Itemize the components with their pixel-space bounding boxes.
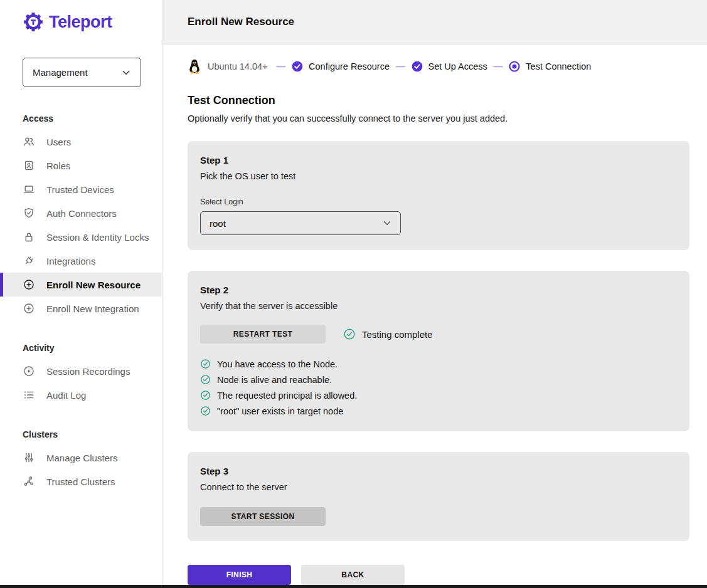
- sidebar-item-trusted-clusters[interactable]: Trusted Clusters: [0, 470, 162, 493]
- sidebar-item-enroll-new-integration[interactable]: Enroll New Integration: [0, 297, 162, 320]
- sidebar-item-manage-clusters[interactable]: Manage Clusters: [0, 446, 162, 470]
- check-circle-icon: [343, 328, 356, 340]
- sidebar: Teleport Management Access Users Roles T…: [0, 0, 162, 585]
- sidebar-item-label: Roles: [46, 160, 70, 171]
- login-select-value: root: [210, 218, 226, 229]
- stepper-step-label: Set Up Access: [428, 61, 487, 71]
- enroll-stepper: Ubuntu 14.04+ — Configure Resource — Set…: [162, 45, 707, 80]
- step1-card: Step 1 Pick the OS user to test Select L…: [188, 141, 689, 250]
- check-item-label: Node is alive and reachable.: [217, 375, 332, 385]
- sidebar-item-label: Integrations: [46, 256, 95, 266]
- plug-icon: [23, 255, 35, 267]
- finish-button[interactable]: FINISH: [188, 565, 291, 585]
- sidebar-item-trusted-devices[interactable]: Trusted Devices: [0, 177, 162, 201]
- sidebar-item-label: Session Recordings: [46, 366, 130, 377]
- step-done-icon: [291, 60, 304, 73]
- check-item-label: The requested principal is allowed.: [217, 391, 357, 401]
- step-done-icon: [411, 60, 423, 73]
- check-item-label: "root" user exists in target node: [217, 406, 343, 416]
- chevron-down-icon: [120, 67, 132, 78]
- management-select[interactable]: Management: [23, 58, 141, 87]
- step1-title: Step 1: [200, 155, 677, 165]
- play-circle-icon: [23, 365, 35, 377]
- stepper-connector: —: [277, 61, 285, 71]
- stepper-step-test-connection: Test Connection: [508, 60, 591, 73]
- check-circle-icon: [200, 359, 211, 369]
- section-label-activity: Activity: [0, 334, 162, 359]
- sidebar-item-label: Session & Identity Locks: [46, 232, 149, 243]
- test-check-item: You have access to the Node.: [200, 359, 677, 369]
- sidebar-item-session-recordings[interactable]: Session Recordings: [0, 359, 162, 383]
- stepper-step-label: Test Connection: [526, 61, 591, 71]
- sidebar-item-label: Trusted Devices: [46, 184, 114, 195]
- main-panel: Enroll New Resource Ubuntu 14.04+ — Conf…: [162, 0, 707, 585]
- start-session-button[interactable]: START SESSION: [200, 507, 326, 526]
- step-current-icon: [508, 60, 521, 73]
- step3-description: Connect to the server: [200, 482, 677, 492]
- sidebar-item-audit-log[interactable]: Audit Log: [0, 383, 162, 407]
- login-select[interactable]: root: [200, 211, 401, 235]
- testing-status-label: Testing complete: [362, 329, 433, 340]
- step2-title: Step 2: [200, 285, 677, 295]
- network-icon: [23, 475, 35, 488]
- plus-circle-icon: [23, 302, 35, 315]
- back-button[interactable]: BACK: [301, 565, 405, 585]
- linux-tux-icon: [188, 59, 201, 74]
- sidebar-item-label: Trusted Clusters: [46, 476, 115, 487]
- sidebar-item-label: Enroll New Integration: [46, 303, 139, 314]
- section-label-access: Access: [0, 105, 162, 130]
- sidebar-item-label: Auth Connectors: [46, 208, 117, 219]
- sidebar-item-session-identity-locks[interactable]: Session & Identity Locks: [0, 225, 162, 249]
- laptop-icon: [23, 183, 35, 196]
- page-title: Test Connection: [188, 94, 707, 107]
- teleport-gear-icon: [23, 11, 44, 33]
- page-subtitle: Optionally verify that you can successfu…: [188, 113, 707, 123]
- test-check-list: You have access to the Node. Node is ali…: [200, 359, 677, 416]
- management-select-value: Management: [33, 67, 88, 78]
- check-circle-icon: [200, 390, 211, 401]
- shield-check-icon: [23, 207, 35, 219]
- stepper-resource-label: Ubuntu 14.04+: [208, 61, 268, 71]
- main-header: Enroll New Resource: [162, 0, 707, 45]
- step2-description: Verify that the server is accessible: [200, 301, 677, 311]
- brand-logo[interactable]: Teleport: [0, 11, 162, 33]
- app-window: Teleport Management Access Users Roles T…: [0, 0, 707, 585]
- sliders-icon: [23, 451, 35, 464]
- sidebar-item-label: Users: [46, 137, 71, 147]
- chevron-down-icon: [381, 218, 393, 229]
- step3-card: Step 3 Connect to the server START SESSI…: [188, 452, 689, 541]
- sidebar-item-label: Enroll New Resource: [46, 280, 141, 290]
- check-circle-icon: [200, 406, 211, 416]
- stepper-connector: —: [396, 61, 405, 71]
- plus-circle-icon: [23, 278, 35, 291]
- test-check-item: Node is alive and reachable.: [200, 374, 677, 385]
- list-icon: [23, 389, 35, 401]
- select-login-label: Select Login: [200, 197, 677, 206]
- sidebar-item-roles[interactable]: Roles: [0, 154, 162, 177]
- sidebar-item-users[interactable]: Users: [0, 130, 162, 154]
- restart-test-button[interactable]: RESTART TEST: [200, 325, 326, 344]
- sidebar-item-auth-connectors[interactable]: Auth Connectors: [0, 201, 162, 225]
- page-header-title: Enroll New Resource: [188, 16, 294, 28]
- sidebar-item-label: Manage Clusters: [46, 453, 117, 463]
- step3-title: Step 3: [200, 466, 677, 476]
- stepper-step-set-up-access: Set Up Access: [411, 60, 487, 73]
- sidebar-item-integrations[interactable]: Integrations: [0, 249, 162, 273]
- testing-status: Testing complete: [343, 328, 433, 340]
- test-check-item: The requested principal is allowed.: [200, 390, 677, 401]
- step2-card: Step 2 Verify that the server is accessi…: [188, 271, 689, 431]
- test-check-item: "root" user exists in target node: [200, 406, 677, 416]
- stepper-step-label: Configure Resource: [309, 61, 390, 71]
- step1-description: Pick the OS user to test: [200, 171, 677, 181]
- stepper-step-configure-resource: Configure Resource: [291, 60, 390, 73]
- check-circle-icon: [200, 374, 211, 385]
- content-area: Test Connection Optionally verify that y…: [162, 80, 707, 585]
- stepper-connector: —: [494, 61, 502, 71]
- roles-icon: [23, 159, 35, 172]
- window-bottom-edge: [0, 585, 707, 588]
- sidebar-item-label: Audit Log: [46, 390, 86, 401]
- users-icon: [23, 135, 35, 148]
- check-item-label: You have access to the Node.: [217, 359, 338, 369]
- sidebar-item-enroll-new-resource[interactable]: Enroll New Resource: [0, 273, 162, 297]
- lock-icon: [23, 231, 35, 243]
